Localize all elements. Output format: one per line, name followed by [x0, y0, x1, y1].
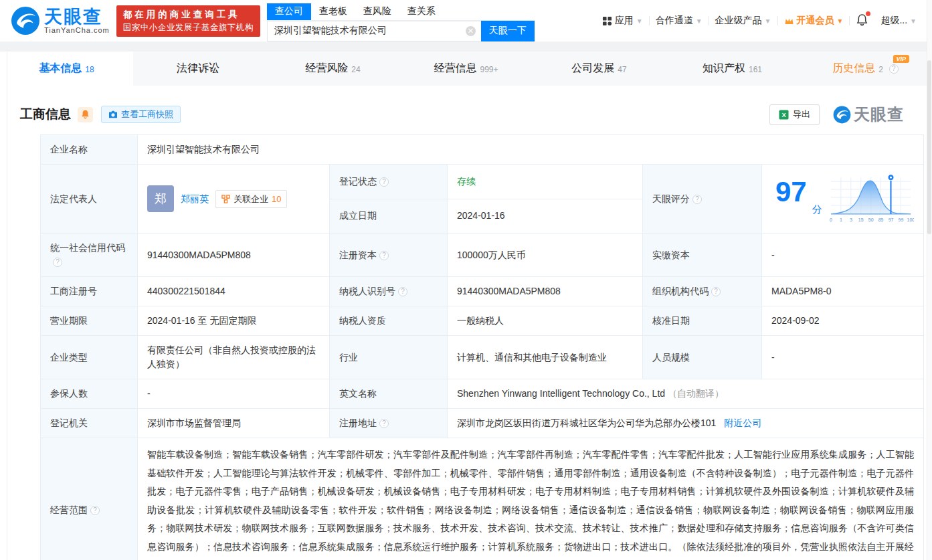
tab-legal-proceedings[interactable]: 法律诉讼: [133, 52, 266, 86]
staff-size-value: -: [762, 336, 924, 379]
avatar[interactable]: 郑: [147, 185, 174, 212]
legal-rep-link[interactable]: 郑丽英: [181, 192, 209, 206]
business-term-value: 2024-01-16 至 无固定期限: [138, 306, 330, 336]
search-input[interactable]: [267, 21, 481, 41]
scrollbar[interactable]: [927, 0, 932, 560]
scrollbar-thumb[interactable]: [927, 60, 931, 234]
help-icon[interactable]: ?: [692, 195, 702, 204]
brand-name: 天眼查: [44, 7, 110, 26]
tianyancha-watermark: 天眼查: [833, 104, 904, 125]
chevron-down-icon: ▼: [636, 17, 643, 25]
tab-basic-info[interactable]: 基本信息 18: [0, 52, 133, 86]
main-content: 工商信息 查看工商快照 X 导出: [0, 104, 932, 560]
company-name-label: 企业名称: [41, 135, 138, 165]
tab-history-info[interactable]: VIP 历史信息 2 ?: [799, 52, 932, 86]
svg-text:X: X: [781, 111, 786, 118]
table-row: 登记机关 深圳市市场监督管理局 注册地址? 深圳市龙岗区坂田街道万科城社区华为公…: [41, 409, 924, 438]
nearby-companies-link[interactable]: 附近公司: [724, 417, 761, 428]
auto-translate-note: （自动翻译）: [668, 388, 724, 399]
search-tabs: 查公司 查老板 查风险 查关系: [267, 3, 535, 21]
search-button[interactable]: 天眼一下: [481, 21, 535, 41]
nav-vip-upgrade[interactable]: 开通会员 ▼: [778, 15, 850, 27]
subscribe-bell-button[interactable]: [78, 107, 93, 122]
search-tab-company[interactable]: 查公司: [267, 3, 311, 20]
help-icon[interactable]: ?: [53, 258, 62, 267]
section-title: 工商信息: [20, 106, 71, 123]
logo-swirl-icon: [11, 6, 40, 35]
industry-label: 行业: [330, 336, 448, 379]
slogan-line-1: 都在用的商业查询工具: [123, 9, 254, 21]
nav-apps[interactable]: 应用 ▼: [596, 15, 649, 27]
score-distribution-chart[interactable]: 0 1 3 15 50 85 97 99 100: [828, 172, 914, 225]
help-icon[interactable]: ?: [711, 287, 721, 296]
english-name-value: Shenzhen Yinwang Intelligent Technology …: [448, 379, 924, 409]
reg-address-value: 深圳市龙岗区坂田街道万科城社区华为公司华为总部办公楼101 附近公司: [448, 409, 924, 438]
reg-authority-value: 深圳市市场监督管理局: [138, 409, 330, 438]
table-row: 企业类型 有限责任公司（非自然人投资或控股的法人独资） 行业 计算机、通信和其他…: [41, 336, 924, 379]
org-code-label: 组织机构代码?: [643, 277, 762, 306]
chart-x-axis: 0 1 3 15 50 85 97 99 100: [830, 217, 914, 222]
help-icon[interactable]: ?: [379, 177, 389, 187]
table-row: 营业期限 2024-01-16 至 无固定期限 纳税人资质 一般纳税人 核准日期…: [41, 306, 924, 336]
related-companies-badge[interactable]: 关联企业 10: [215, 190, 287, 208]
business-scope-label: 经营范围?: [41, 438, 138, 560]
org-code-value: MADA5PM8-0: [762, 277, 924, 306]
clear-icon[interactable]: ✕: [466, 26, 476, 36]
notification-bell[interactable]: [850, 14, 874, 28]
org-chart-icon: [221, 195, 230, 203]
search-tab-risk[interactable]: 查风险: [355, 3, 399, 20]
nav-enterprise[interactable]: 企业级产品 ▼: [709, 15, 777, 27]
crown-icon: [784, 17, 794, 25]
nav-partner[interactable]: 合作通道 ▼: [650, 15, 709, 27]
search-tab-relation[interactable]: 查关系: [399, 3, 444, 20]
help-icon[interactable]: ?: [379, 419, 389, 428]
company-type-label: 企业类型: [41, 336, 138, 379]
tab-operation-risk[interactable]: 经营风险 24: [266, 52, 399, 86]
paid-capital-value: -: [762, 234, 924, 277]
svg-text:1: 1: [840, 217, 842, 222]
table-row: 参保人数 - 英文名称 Shenzhen Yinwang Intelligent…: [41, 379, 924, 409]
snapshot-button[interactable]: 查看工商快照: [101, 106, 181, 123]
company-tabbar: 基本信息 18 法律诉讼 经营风险 24 经营信息 999+ 公司发展 47 知…: [0, 52, 932, 86]
english-name-label: 英文名称: [330, 379, 448, 409]
help-icon[interactable]: ?: [379, 251, 389, 260]
taxpayer-quality-value: 一般纳税人: [448, 306, 643, 336]
business-term-label: 营业期限: [41, 306, 138, 336]
credit-code-label: 统一社会信用代码?: [41, 234, 138, 277]
legal-rep-value: 郑 郑丽英 关联企业 10: [138, 165, 330, 234]
logo-swirl-icon: [833, 106, 851, 124]
table-row: 统一社会信用代码? 91440300MADA5PM808 注册资本? 10000…: [41, 234, 924, 277]
establish-date-label: 成立日期: [330, 199, 448, 234]
taxpayer-id-label: 纳税人识别号?: [330, 277, 448, 306]
help-icon[interactable]: ?: [398, 287, 407, 296]
company-type-value: 有限责任公司（非自然人投资或控股的法人独资）: [138, 336, 330, 379]
nav-super-vip[interactable]: 超级... ▼: [874, 15, 923, 27]
score-value-cell: 97 分: [762, 165, 924, 234]
svg-text:15: 15: [858, 217, 864, 222]
tianyancha-logo[interactable]: 天眼查 TianYanCha.com: [11, 6, 110, 35]
top-header: 天眼查 TianYanCha.com 都在用的商业查询工具 国家中小企业发展子基…: [0, 0, 932, 41]
chevron-down-icon: ▼: [910, 17, 917, 25]
reg-capital-value: 100000万人民币: [448, 234, 643, 277]
apps-grid-icon: [602, 16, 612, 26]
search-tab-boss[interactable]: 查老板: [311, 3, 355, 20]
header-separator: [0, 41, 932, 52]
export-button[interactable]: X 导出: [769, 104, 820, 125]
score-label: 天眼评分?: [643, 165, 762, 234]
svg-text:97: 97: [888, 217, 893, 222]
taxpayer-quality-label: 纳税人资质: [330, 306, 448, 336]
camera-icon: [108, 110, 118, 118]
help-icon[interactable]: ?: [889, 64, 899, 74]
help-icon[interactable]: ?: [90, 506, 100, 515]
staff-size-label: 人员规模: [643, 336, 762, 379]
excel-icon: X: [779, 110, 789, 120]
approval-date-value: 2024-09-02: [762, 306, 924, 336]
left-edge-line: [7, 52, 7, 560]
tab-business-info[interactable]: 经营信息 999+: [399, 52, 533, 86]
reg-authority-label: 登记机关: [41, 409, 138, 438]
table-row: 企业名称 深圳引望智能技术有限公司: [41, 135, 924, 165]
insured-count-label: 参保人数: [41, 379, 138, 409]
tab-intellectual-property[interactable]: 知识产权 161: [666, 52, 799, 86]
establish-date-value: 2024-01-16: [448, 199, 643, 234]
tab-company-development[interactable]: 公司发展 47: [533, 52, 666, 86]
